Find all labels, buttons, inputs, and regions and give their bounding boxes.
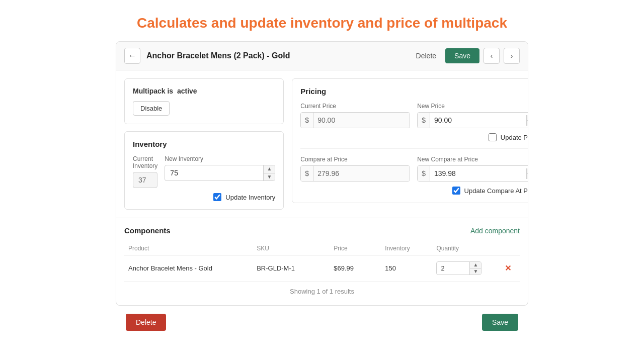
price-spinner-btns: ▲ ▼ (526, 115, 528, 126)
prev-button[interactable]: ‹ (484, 48, 500, 64)
components-title: Components (124, 226, 171, 235)
row-quantity-wrap: ▲ ▼ (436, 261, 481, 275)
compare-price-label: Compare at Price (300, 156, 410, 163)
price-increment[interactable]: ▲ (527, 115, 528, 121)
price-fields: Current Price $ New Price $ (300, 103, 528, 128)
delete-button-bottom[interactable]: Delete (126, 314, 166, 331)
inventory-section: Inventory Current Inventory New Inventor… (124, 131, 284, 210)
current-inventory-input (133, 172, 157, 188)
update-compare-label: Update Compare At Price (464, 187, 528, 195)
update-price-row: Update Price (300, 133, 528, 141)
price-group: Current Price $ New Price $ (300, 103, 528, 149)
disable-button[interactable]: Disable (133, 101, 170, 116)
remove-component-button[interactable]: ✕ (501, 263, 516, 273)
current-compare-input-wrap: $ (300, 165, 410, 182)
row-product: Anchor Bracelet Mens - Gold (128, 264, 257, 272)
col-action (501, 245, 516, 252)
row-inventory: 150 (385, 264, 436, 272)
current-price-dollar: $ (301, 113, 313, 128)
pricing-section: Pricing Current Price $ (292, 78, 528, 203)
compare-price-group: Compare at Price $ New Compare at Price … (300, 156, 528, 195)
next-button[interactable]: › (504, 48, 520, 64)
new-compare-group: New Compare at Price $ ▲ ▼ (417, 156, 528, 182)
update-inventory-row: Update Inventory (133, 193, 275, 201)
compare-increment[interactable]: ▲ (527, 168, 528, 174)
new-price-input-wrap: $ ▲ ▼ (417, 112, 528, 128)
quantity-decrement[interactable]: ▼ (470, 268, 481, 275)
compare-price-fields: Compare at Price $ New Compare at Price … (300, 156, 528, 182)
new-inventory-spinner: ▲ ▼ (165, 165, 275, 181)
update-inventory-label: Update Inventory (225, 194, 275, 201)
new-compare-dollar: $ (418, 166, 430, 181)
inventory-decrement[interactable]: ▼ (264, 173, 275, 181)
current-price-label: Current Price (300, 103, 410, 110)
update-price-label: Update Price (501, 134, 528, 141)
current-price-group: Current Price $ (300, 103, 410, 128)
new-compare-input-wrap: $ ▲ ▼ (417, 165, 528, 182)
update-compare-row: Update Compare At Price (300, 187, 528, 195)
right-panel: Pricing Current Price $ (292, 78, 528, 210)
top-bar: ← Anchor Bracelet Mens (2 Pack) - Gold D… (116, 42, 528, 70)
save-button-top[interactable]: Save (445, 48, 479, 63)
content-area: Multipack is active Disable Inventory Cu… (116, 70, 528, 218)
price-decrement[interactable]: ▼ (527, 121, 528, 126)
multipack-status: Multipack is active (133, 87, 275, 95)
row-quantity-input[interactable] (437, 262, 469, 275)
left-panel: Multipack is active Disable Inventory Cu… (124, 78, 284, 210)
new-price-label: New Price (417, 103, 528, 110)
current-compare-input (313, 166, 410, 181)
row-sku: BR-GLD-M-1 (257, 264, 334, 272)
row-price: $69.99 (334, 264, 385, 272)
current-inventory-label: Current Inventory (133, 155, 157, 169)
table-row: Anchor Bracelet Mens - Gold BR-GLD-M-1 $… (124, 255, 520, 282)
bottom-actions: Delete Save (116, 306, 528, 339)
col-price: Price (334, 245, 385, 252)
inventory-title: Inventory (133, 140, 275, 148)
compare-decrement[interactable]: ▼ (527, 174, 528, 179)
col-sku: SKU (257, 245, 334, 252)
multipack-section: Multipack is active Disable (124, 78, 284, 124)
components-section: Components Add component Product SKU Pri… (116, 218, 528, 305)
quantity-spinner-btns: ▲ ▼ (469, 262, 481, 275)
back-button[interactable]: ← (124, 48, 140, 64)
update-price-checkbox[interactable] (489, 133, 497, 141)
multipack-status-text: Multipack is (133, 87, 173, 95)
compare-spinner-btns: ▲ ▼ (526, 168, 528, 179)
new-inventory-input[interactable] (165, 165, 263, 180)
current-price-input (313, 113, 410, 128)
col-product: Product (128, 245, 257, 252)
save-button-bottom[interactable]: Save (482, 314, 518, 331)
top-bar-actions: Delete Save ‹ › (411, 48, 520, 64)
inventory-increment[interactable]: ▲ (264, 165, 275, 173)
inventory-spinner-btns: ▲ ▼ (263, 165, 275, 180)
current-inventory-group: Current Inventory (133, 155, 157, 188)
new-compare-input[interactable] (430, 166, 526, 181)
showing-text: Showing 1 of 1 results (124, 282, 520, 297)
update-compare-checkbox[interactable] (452, 187, 460, 195)
inventory-fields: Current Inventory New Inventory ▲ ▼ (133, 155, 275, 188)
current-price-input-wrap: $ (300, 112, 410, 128)
new-price-input[interactable] (430, 113, 526, 128)
delete-button-top[interactable]: Delete (411, 49, 441, 63)
new-inventory-label: New Inventory (165, 155, 275, 162)
new-price-group: New Price $ ▲ ▼ (417, 103, 528, 128)
new-inventory-group: New Inventory ▲ ▼ (165, 155, 275, 188)
table-header: Product SKU Price Inventory Quantity (124, 242, 520, 255)
col-quantity: Quantity (436, 245, 501, 252)
page-title: Calculates and update inventory and pric… (0, 0, 644, 41)
current-compare-group: Compare at Price $ (300, 156, 410, 182)
quantity-increment[interactable]: ▲ (470, 262, 481, 268)
new-compare-label: New Compare at Price (417, 156, 528, 163)
compare-dollar: $ (301, 166, 313, 181)
product-title: Anchor Bracelet Mens (2 Pack) - Gold (146, 51, 411, 60)
multipack-status-value: active (177, 87, 197, 95)
pricing-title: Pricing (300, 87, 528, 96)
new-price-dollar: $ (418, 113, 430, 128)
add-component-link[interactable]: Add component (470, 227, 520, 235)
components-header: Components Add component (124, 226, 520, 235)
col-inventory: Inventory (385, 245, 436, 252)
update-inventory-checkbox[interactable] (213, 193, 221, 201)
